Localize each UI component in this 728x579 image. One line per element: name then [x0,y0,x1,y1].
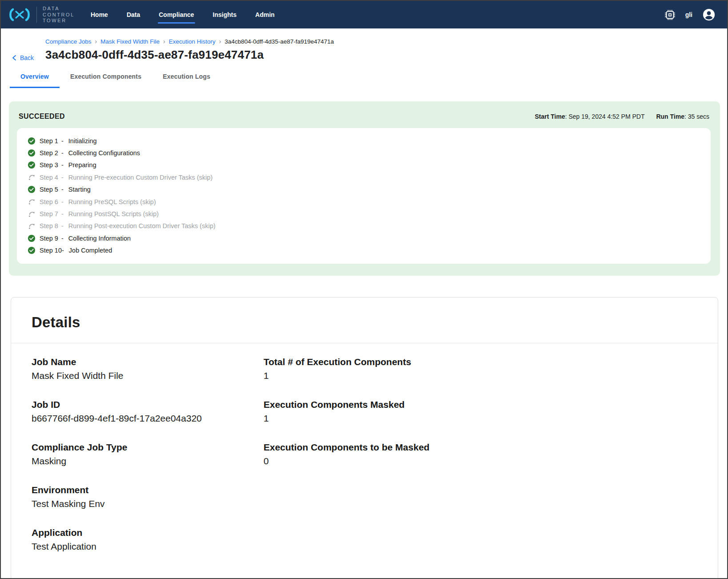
step-number: Step 2 [40,149,61,157]
step-row: Step 2-Collecting Configurations [28,147,700,159]
run-time-value: 35 secs [688,113,709,120]
skip-arrow-icon [28,173,36,181]
breadcrumb-separator: › [95,38,97,45]
nav-item-compliance[interactable]: Compliance [159,1,194,28]
detail-value: Mask Fixed Width File [32,369,264,383]
step-number: Step 1 [40,137,61,145]
detail-value: b667766f-d899-4ef1-89cf-17a2ee04a320 [32,411,264,426]
step-label: Running PostSQL Scripts (skip) [68,210,159,217]
main-nav: HomeDataComplianceInsightsAdmin [91,1,275,28]
step-number: Step 10 [40,247,62,254]
step-separator: - [61,222,64,229]
detail-value: Masking [32,454,264,468]
status-header: SUCCEEDED Start Time: Sep 19, 2024 4:52 … [9,101,720,128]
detail-label: Total # of Execution Components [264,355,697,369]
chip-icon[interactable] [664,9,676,20]
step-separator: - [61,161,64,169]
skip-arrow-icon [28,222,36,230]
check-circle-icon [28,137,36,145]
step-separator: - [61,235,64,242]
nav-item-admin[interactable]: Admin [255,1,275,28]
status-times: Start Time: Sep 19, 2024 4:52 PM PDT Run… [535,113,709,120]
brand-divider [36,7,37,23]
navbar-right: gli [664,8,716,21]
detail-value: 1 [264,411,697,426]
step-number: Step 8 [40,222,61,229]
brand-line-2: CONTROL [43,12,75,18]
step-separator: - [61,137,64,145]
chevron-left-icon [12,55,17,61]
detail-item: ApplicationTest Application [32,526,264,554]
step-label: Starting [68,186,91,193]
breadcrumb-separator: › [219,38,221,45]
step-row: Step 6-Running PreSQL Scripts (skip) [28,196,700,208]
step-number: Step 4 [40,174,61,181]
detail-item: EnvironmentTest Masking Env [32,483,264,511]
start-time-label: Start Time [535,113,565,120]
brand-line-1: DATA [43,6,75,12]
step-row: Step 10-Job Completed [28,245,700,257]
tab-execution-components[interactable]: Execution Components [60,73,152,88]
tab-overview[interactable]: Overview [10,73,60,88]
start-time: Start Time: Sep 19, 2024 4:52 PM PDT [535,113,644,120]
detail-label: Job Name [32,355,264,369]
run-time: Run Time: 35 secs [656,113,709,120]
detail-label: Execution Components Masked [264,398,697,411]
details-grid: Job NameMask Fixed Width FileJob IDb6677… [11,343,718,569]
breadcrumb-item[interactable]: Compliance Jobs [45,38,92,45]
tab-execution-logs[interactable]: Execution Logs [152,73,221,88]
brand-line-3: TOWER [43,18,75,24]
details-card: Details Job NameMask Fixed Width FileJob… [11,297,718,579]
detail-value: 1 [264,369,697,383]
step-separator: - [61,186,64,193]
step-separator: - [62,247,64,254]
brand[interactable]: DATA CONTROL TOWER [8,6,75,24]
nav-item-data[interactable]: Data [127,1,140,28]
nav-item-home[interactable]: Home [91,1,108,28]
step-row: Step 4-Running Pre-execution Custom Driv… [28,171,700,183]
step-label: Running PreSQL Scripts (skip) [68,198,156,205]
start-time-value: Sep 19, 2024 4:52 PM PDT [568,113,644,120]
detail-item: Job IDb667766f-d899-4ef1-89cf-17a2ee04a3… [32,398,264,426]
step-label: Collecting Configurations [68,149,140,157]
step-row: Step 1-Initializing [28,135,700,147]
step-number: Step 5 [40,186,61,193]
steps-card: Step 1-InitializingStep 2-Collecting Con… [17,128,711,264]
detail-label: Application [32,526,264,539]
status-badge: SUCCEEDED [19,113,65,121]
breadcrumb-item: 3a4cb804-0dff-4d35-ae87-fa919e47471a [224,38,334,45]
detail-item: Total # of Execution Components1 [264,355,697,383]
detail-label: Compliance Job Type [32,441,264,454]
step-row: Step 8-Running Post-execution Custom Dri… [28,220,700,232]
account-circle-icon[interactable] [702,8,716,21]
check-circle-icon [28,234,36,242]
step-label: Running Pre-execution Custom Driver Task… [68,174,213,181]
breadcrumb-item[interactable]: Execution History [169,38,216,45]
tab-bar: OverviewExecution ComponentsExecution Lo… [10,73,727,88]
detail-label: Execution Components to be Masked [264,441,697,454]
step-separator: - [61,149,64,157]
step-label: Collecting Information [68,235,131,242]
breadcrumb-item[interactable]: Mask Fixed Width File [100,38,160,45]
step-label: Running Post-execution Custom Driver Tas… [68,222,216,229]
back-button[interactable]: Back [12,54,34,61]
top-navbar: DATA CONTROL TOWER HomeDataComplianceIns… [1,1,727,28]
step-row: Step 9-Collecting Information [28,232,700,244]
brand-name: DATA CONTROL TOWER [43,6,75,24]
details-left-column: Job NameMask Fixed Width FileJob IDb6677… [32,355,264,569]
username-label: gli [685,11,692,18]
step-row: Step 3-Preparing [28,159,700,171]
detail-label: Environment [32,483,264,497]
detail-item: Execution Components Masked1 [264,398,697,426]
page-title: 3a4cb804-0dff-4d35-ae87-fa919e47471a [45,48,727,62]
status-panel: SUCCEEDED Start Time: Sep 19, 2024 4:52 … [9,101,720,276]
nav-item-insights[interactable]: Insights [213,1,237,28]
step-number: Step 3 [40,161,61,169]
step-separator: - [61,198,64,205]
page-head: Back Compliance Jobs›Mask Fixed Width Fi… [1,28,727,62]
detail-item: Job NameMask Fixed Width File [32,355,264,383]
detail-value: Test Application [32,539,264,554]
app-window: DATA CONTROL TOWER HomeDataComplianceIns… [0,0,728,579]
breadcrumb: Compliance Jobs›Mask Fixed Width File›Ex… [45,38,727,45]
detail-label: Job ID [32,398,264,411]
